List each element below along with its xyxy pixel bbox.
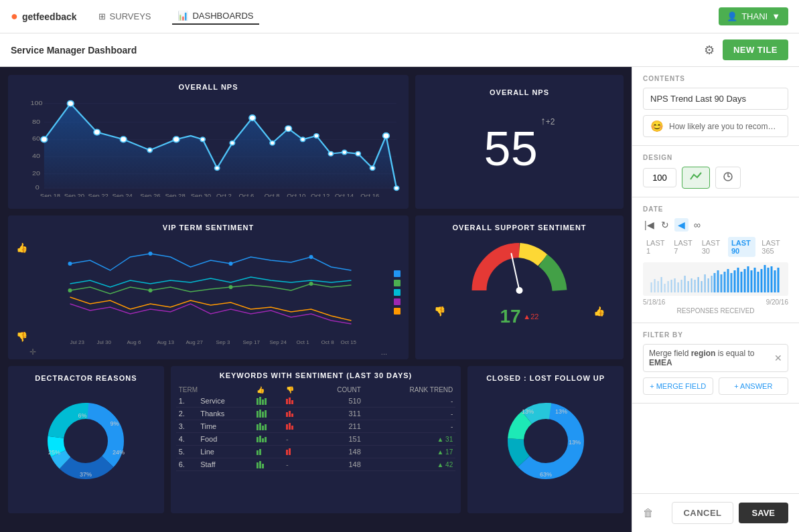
- table-row: 4. Food - 151: [176, 433, 456, 446]
- svg-text:Oct 10: Oct 10: [287, 193, 305, 197]
- date-tab-last1[interactable]: LAST 1: [643, 237, 668, 257]
- svg-rect-96: [667, 281, 669, 292]
- surveys-nav[interactable]: ⊞ SURVEYS: [93, 9, 157, 24]
- svg-text:24%: 24%: [113, 449, 125, 456]
- svg-rect-120: [747, 266, 749, 292]
- merge-field-button[interactable]: + MERGE FIELD: [643, 377, 713, 395]
- nps-chart-title: OVERALL NPS: [16, 83, 401, 91]
- svg-text:Oct 6: Oct 6: [238, 193, 254, 197]
- answer-button[interactable]: + ANSWER: [719, 377, 789, 395]
- svg-point-32: [394, 186, 398, 190]
- svg-text:Jul 30: Jul 30: [97, 339, 112, 345]
- more-icon[interactable]: ...: [381, 348, 387, 356]
- date-tab-last30[interactable]: LAST 30: [699, 237, 725, 257]
- closed-title: CLOSED : LOST FOLLOW UP: [476, 374, 615, 382]
- svg-rect-101: [684, 276, 686, 292]
- design-section: DESIGN: [632, 146, 799, 197]
- cancel-button[interactable]: CANCEL: [672, 502, 733, 524]
- date-tab-last365[interactable]: LAST 365: [758, 237, 788, 257]
- neg-header: 👎: [283, 385, 309, 395]
- svg-text:Aug 6: Aug 6: [127, 339, 141, 345]
- svg-rect-119: [744, 269, 746, 292]
- date-start: 5/18/16: [643, 298, 665, 306]
- date-refresh-btn[interactable]: ↻: [660, 218, 670, 232]
- svg-text:Oct 12: Oct 12: [311, 193, 330, 197]
- tile-name-input[interactable]: [643, 88, 788, 110]
- survey-text: How likely are you to recommend u...: [669, 122, 781, 131]
- closed-donut: 63% 13% 13% 13%: [476, 387, 615, 495]
- svg-text:37%: 37%: [80, 471, 92, 478]
- svg-rect-103: [691, 278, 693, 292]
- svg-text:Aug 27: Aug 27: [186, 339, 204, 345]
- svg-rect-104: [694, 280, 696, 292]
- survey-item[interactable]: 😊 How likely are you to recommend u...: [643, 115, 788, 137]
- dashboards-nav[interactable]: 📊 DASHBOARDS: [172, 8, 259, 25]
- filter-value: EMEA: [649, 358, 672, 367]
- svg-point-19: [200, 137, 205, 141]
- date-tab-last90[interactable]: LAST 90: [728, 237, 755, 257]
- svg-rect-126: [768, 268, 770, 292]
- svg-rect-129: [778, 268, 780, 292]
- svg-rect-106: [701, 281, 703, 292]
- save-label: SAVE: [752, 508, 775, 518]
- date-back-btn[interactable]: ◀: [674, 218, 688, 232]
- date-end: 9/20/16: [766, 298, 788, 306]
- svg-text:100: 100: [31, 99, 43, 106]
- svg-rect-121: [751, 270, 753, 292]
- line-chart-btn[interactable]: [682, 167, 710, 189]
- clock-chart-btn[interactable]: [715, 167, 741, 189]
- user-menu-button[interactable]: 👤 THANI ▼: [719, 7, 788, 25]
- date-label: DATE: [643, 205, 788, 213]
- nps-value: 55: [484, 124, 538, 173]
- sentiment-value: 17: [500, 306, 521, 327]
- svg-text:63%: 63%: [540, 471, 552, 478]
- svg-point-47: [68, 262, 72, 266]
- svg-text:Sep 28: Sep 28: [165, 193, 185, 197]
- new-tile-button[interactable]: NEW TILE: [723, 39, 788, 60]
- nps-line-chart: 100 80 60 40 20 0: [16, 96, 401, 197]
- svg-text:Sep 24: Sep 24: [113, 193, 133, 197]
- svg-text:80: 80: [32, 118, 40, 124]
- logo: ● getfeedback: [11, 9, 77, 23]
- svg-marker-12: [44, 104, 396, 188]
- svg-text:Aug 13: Aug 13: [157, 339, 175, 345]
- mini-responses-chart: [643, 262, 788, 296]
- svg-text:60: 60: [32, 135, 40, 142]
- sentiment-svg: Jul 23 Jul 30 Aug 6 Aug 13 Aug 27 Sep 3 …: [31, 237, 390, 347]
- date-infinity-btn[interactable]: ∞: [693, 218, 702, 232]
- sentiment-chart-tile: VIP TERM SENTIMENT 👍 👎: [8, 215, 409, 359]
- support-sentiment-title: OVERALL SUPPORT SENTIMENT: [423, 224, 615, 232]
- svg-rect-122: [754, 268, 756, 292]
- svg-point-50: [309, 255, 313, 259]
- new-tile-label: NEW TILE: [733, 45, 778, 55]
- date-tab-last7[interactable]: LAST 7: [670, 237, 695, 257]
- svg-point-17: [147, 148, 152, 152]
- svg-rect-91: [650, 282, 652, 292]
- cancel-label: CANCEL: [683, 508, 721, 518]
- svg-point-22: [249, 115, 256, 121]
- svg-text:Oct 16: Oct 16: [360, 193, 379, 197]
- term-header: TERM: [176, 385, 255, 395]
- table-row: 6. Staff - 148 ▲ 42: [176, 458, 456, 471]
- svg-text:Sep 20: Sep 20: [64, 193, 84, 197]
- design-value-input[interactable]: [643, 168, 676, 187]
- sentiment-chart-title: VIP TERM SENTIMENT: [16, 224, 401, 232]
- date-tabs: LAST 1 LAST 7 LAST 30 LAST 90 LAST 365: [643, 237, 788, 257]
- svg-point-73: [64, 420, 107, 462]
- filter-close-button[interactable]: ✕: [774, 353, 782, 363]
- delete-button[interactable]: 🗑: [643, 507, 654, 519]
- user-label: THANI: [741, 11, 768, 21]
- svg-rect-95: [664, 284, 666, 292]
- svg-text:Oct 8: Oct 8: [321, 339, 335, 345]
- date-controls: |◀ ↻ ◀ ∞: [643, 218, 788, 232]
- svg-text:6%: 6%: [78, 412, 87, 419]
- svg-rect-98: [674, 278, 676, 292]
- svg-text:Sep 3: Sep 3: [216, 339, 230, 345]
- settings-button[interactable]: ⚙: [704, 43, 715, 58]
- contents-label: CONTENTS: [643, 75, 788, 82]
- save-button[interactable]: SAVE: [739, 503, 788, 523]
- nps-change: ↑+2: [540, 115, 555, 127]
- filter-label: FILTER BY: [643, 331, 788, 339]
- panel-footer: 🗑 CANCEL SAVE: [632, 493, 799, 532]
- date-first-btn[interactable]: |◀: [643, 218, 656, 232]
